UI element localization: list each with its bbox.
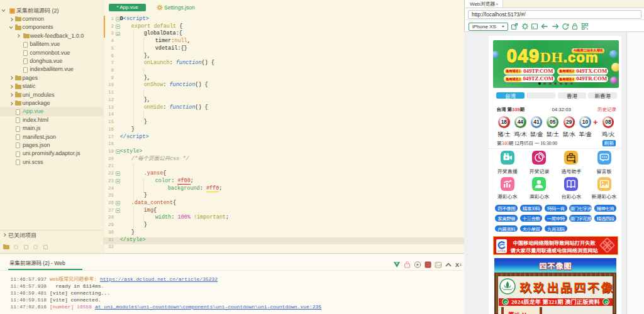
svg-text:X: X [455, 262, 459, 268]
svg-text:中国电信: 中国电信 [497, 249, 506, 252]
